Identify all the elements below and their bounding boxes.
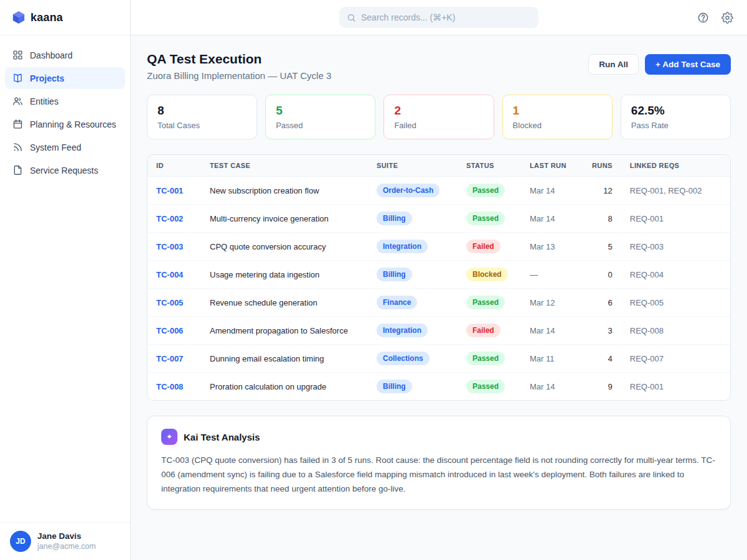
last-run-date: Mar 11 — [521, 345, 583, 373]
stat-card-failed: 2Failed — [383, 95, 494, 139]
test-case-id-link[interactable]: TC-001 — [148, 177, 201, 205]
users-icon — [12, 96, 23, 106]
status-badge: Passed — [466, 184, 505, 197]
runs-count: 3 — [583, 317, 621, 345]
stat-card-total-cases: 8Total Cases — [147, 95, 257, 139]
topbar: Search records... (⌘+K) — [131, 0, 747, 35]
search-input[interactable]: Search records... (⌘+K) — [339, 7, 538, 28]
table-row: TC-005Revenue schedule generationFinance… — [148, 289, 730, 317]
linked-reqs: REQ-004 — [621, 261, 730, 289]
sidebar-item-label: Entities — [30, 96, 59, 106]
search-icon — [347, 13, 356, 22]
stat-label: Failed — [394, 121, 483, 130]
sidebar-item-label: Projects — [30, 73, 64, 83]
test-case-name: Revenue schedule generation — [201, 289, 368, 317]
sidebar-item-dashboard[interactable]: Dashboard — [5, 44, 125, 66]
sidebar-item-system-feed[interactable]: System Feed — [5, 136, 125, 158]
file-icon — [12, 165, 23, 175]
table-row: TC-007Dunning email escalation timingCol… — [148, 345, 730, 373]
status-badge: Passed — [466, 212, 505, 225]
sidebar-item-entities[interactable]: Entities — [5, 90, 125, 112]
user-profile[interactable]: JD Jane Davis jane@acme.com — [0, 522, 130, 560]
help-icon[interactable] — [697, 12, 709, 24]
suite-badge: Billing — [377, 212, 412, 225]
sidebar-item-planning-resources[interactable]: Planning & Resources — [5, 113, 125, 135]
status-badge: Blocked — [466, 268, 508, 281]
sidebar-item-label: System Feed — [30, 142, 81, 152]
last-run-date: Mar 13 — [521, 233, 583, 261]
kai-analysis-title: Kai Test Analysis — [184, 432, 260, 442]
sparkle-icon: ✦ — [161, 429, 177, 445]
search-placeholder: Search records... (⌘+K) — [361, 12, 455, 22]
sidebar-item-label: Service Requests — [30, 166, 98, 175]
sidebar-item-projects[interactable]: Projects — [5, 67, 125, 89]
test-case-name: CPQ quote conversion accuracy — [201, 233, 368, 261]
linked-reqs: REQ-007 — [621, 345, 730, 373]
stat-label: Total Cases — [157, 121, 247, 130]
calendar-icon — [12, 119, 23, 129]
cube-logo-icon — [12, 11, 25, 24]
test-case-name: Usage metering data ingestion — [201, 261, 368, 289]
table-row: TC-006Amendment propagation to Salesforc… — [148, 317, 730, 345]
column-header-test-case: TEST CASE — [201, 155, 368, 177]
page-subtitle: Zuora Billing Implementation — UAT Cycle… — [147, 70, 331, 81]
test-case-name: Proration calculation on upgrade — [201, 373, 368, 401]
runs-count: 5 — [583, 233, 621, 261]
suite-badge: Integration — [377, 240, 428, 253]
column-header-status: STATUS — [458, 155, 521, 177]
stat-card-pass-rate: 62.5%Pass Rate — [621, 95, 731, 139]
table-row: TC-002Multi-currency invoice generationB… — [148, 205, 730, 233]
test-case-id-link[interactable]: TC-003 — [148, 233, 201, 261]
test-case-id-link[interactable]: TC-007 — [148, 345, 201, 373]
user-email: jane@acme.com — [37, 542, 96, 552]
linked-reqs: REQ-001, REQ-002 — [621, 177, 730, 205]
status-badge: Passed — [466, 352, 505, 365]
column-header-linked-reqs: LINKED REQS — [621, 155, 730, 177]
test-case-id-link[interactable]: TC-005 — [148, 289, 201, 317]
test-case-name: New subscription creation flow — [201, 177, 368, 205]
column-header-last-run: LAST RUN — [521, 155, 583, 177]
book-icon — [12, 73, 23, 83]
suite-badge: Integration — [377, 324, 428, 337]
last-run-date: Mar 12 — [521, 289, 583, 317]
sidebar-nav: DashboardProjectsEntitiesPlanning & Reso… — [0, 35, 130, 522]
stat-value: 8 — [157, 104, 247, 118]
suite-badge: Billing — [377, 268, 412, 281]
sidebar-item-service-requests[interactable]: Service Requests — [5, 159, 125, 181]
last-run-date: Mar 14 — [521, 177, 583, 205]
stat-card-blocked: 1Blocked — [502, 95, 613, 139]
table-row: TC-003CPQ quote conversion accuracyInteg… — [148, 233, 730, 261]
last-run-date: — — [521, 261, 583, 289]
sidebar: kaana DashboardProjectsEntitiesPlanning … — [0, 0, 131, 560]
test-case-id-link[interactable]: TC-004 — [148, 261, 201, 289]
add-test-case-button[interactable]: + Add Test Case — [645, 54, 731, 75]
runs-count: 8 — [583, 205, 621, 233]
linked-reqs: REQ-003 — [621, 233, 730, 261]
test-case-name: Dunning email escalation timing — [201, 345, 368, 373]
runs-count: 6 — [583, 289, 621, 317]
stat-value: 2 — [394, 104, 483, 118]
stat-card-passed: 5Passed — [265, 95, 375, 139]
grid-icon — [12, 50, 23, 60]
stat-label: Passed — [276, 121, 365, 130]
sidebar-item-label: Dashboard — [30, 50, 73, 60]
stat-value: 62.5% — [631, 104, 720, 118]
table-row: TC-004Usage metering data ingestionBilli… — [148, 261, 730, 289]
runs-count: 4 — [583, 345, 621, 373]
settings-icon[interactable] — [721, 12, 733, 24]
sidebar-item-label: Planning & Resources — [30, 119, 116, 129]
user-name: Jane Davis — [37, 531, 96, 542]
page-title: QA Test Execution — [147, 52, 331, 67]
suite-badge: Order-to-Cash — [377, 184, 439, 197]
brand-logo-row: kaana — [0, 0, 130, 35]
run-all-button[interactable]: Run All — [588, 54, 639, 75]
test-case-id-link[interactable]: TC-006 — [148, 317, 201, 345]
test-case-id-link[interactable]: TC-008 — [148, 373, 201, 401]
linked-reqs: REQ-001 — [621, 205, 730, 233]
table-header: IDTEST CASESUITESTATUSLAST RUNRUNSLINKED… — [148, 155, 730, 177]
test-case-name: Amendment propagation to Salesforce — [201, 317, 368, 345]
test-case-table: IDTEST CASESUITESTATUSLAST RUNRUNSLINKED… — [148, 155, 730, 400]
brand-name: kaana — [31, 11, 63, 24]
test-case-id-link[interactable]: TC-002 — [148, 205, 201, 233]
last-run-date: Mar 14 — [521, 373, 583, 401]
